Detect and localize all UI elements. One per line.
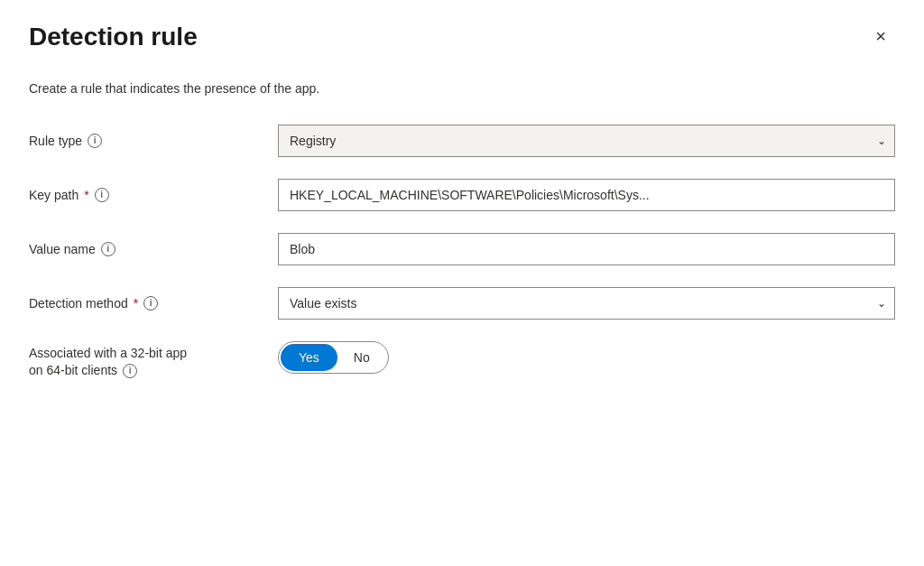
rule-type-label: Rule type i: [29, 134, 263, 148]
rule-type-select-wrapper: Registry ⌄: [278, 125, 895, 157]
detection-method-info-icon[interactable]: i: [143, 296, 158, 311]
associated-32bit-label: Associated with a 32-bit app on 64-bit c…: [29, 341, 263, 380]
key-path-label: Key path * i: [29, 188, 263, 202]
dialog-description: Create a rule that indicates the presenc…: [29, 81, 895, 96]
yes-no-toggle[interactable]: Yes No: [278, 341, 389, 374]
rule-type-info-icon[interactable]: i: [88, 134, 102, 148]
detection-method-select[interactable]: Value exists Does not exist String compa…: [278, 287, 895, 320]
rule-type-select[interactable]: Registry: [278, 125, 895, 157]
detection-method-row: Detection method * i Value exists Does n…: [29, 287, 895, 320]
dialog-header: Detection rule ×: [29, 22, 895, 52]
key-path-required-star: *: [84, 188, 88, 202]
value-name-row: Value name i: [29, 233, 895, 265]
dialog-title: Detection rule: [29, 22, 198, 52]
detection-method-label: Detection method * i: [29, 296, 263, 311]
toggle-no-option[interactable]: No: [339, 342, 388, 373]
value-name-label: Value name i: [29, 242, 263, 256]
detection-method-select-wrapper: Value exists Does not exist String compa…: [278, 287, 895, 320]
form-section: Rule type i Registry ⌄ Key path * i Valu…: [29, 125, 895, 380]
detection-rule-dialog: Detection rule × Create a rule that indi…: [0, 0, 924, 566]
detection-method-required-star: *: [134, 296, 138, 311]
associated-32bit-toggle-container: Yes No: [278, 341, 389, 374]
associated-32bit-info-icon[interactable]: i: [123, 364, 137, 378]
rule-type-row: Rule type i Registry ⌄: [29, 125, 895, 157]
key-path-input[interactable]: [278, 179, 895, 211]
value-name-input[interactable]: [278, 233, 895, 265]
toggle-yes-option[interactable]: Yes: [281, 344, 337, 371]
key-path-row: Key path * i: [29, 179, 895, 211]
close-button[interactable]: ×: [866, 22, 895, 51]
key-path-info-icon[interactable]: i: [95, 188, 109, 202]
associated-32bit-row: Associated with a 32-bit app on 64-bit c…: [29, 341, 895, 380]
value-name-info-icon[interactable]: i: [101, 242, 116, 256]
